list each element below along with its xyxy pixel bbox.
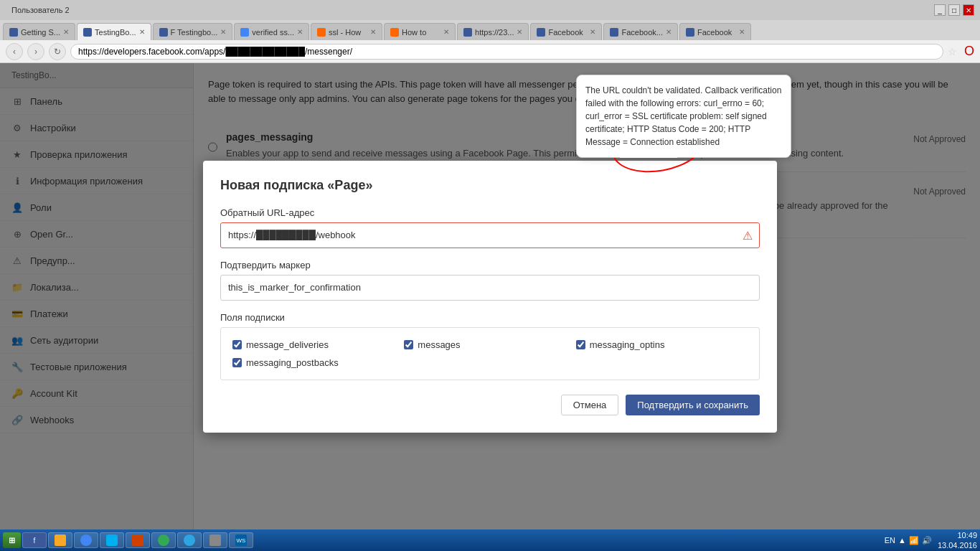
reload-button[interactable]: ↻	[49, 43, 66, 60]
close-button[interactable]: ✕	[963, 4, 974, 16]
taskbar-btn-powerpoint[interactable]	[126, 532, 150, 548]
back-button[interactable]: ‹	[6, 43, 23, 60]
tab-testingbo[interactable]: TestingBo... ✕	[77, 23, 151, 40]
tab-label: Facebook	[548, 28, 583, 37]
opera-icon: O	[964, 44, 974, 59]
url-form-group: Обратный URL-адрес ⚠	[220, 207, 760, 248]
field-checkbox-deliveries[interactable]	[232, 340, 242, 349]
field-messaging-postbacks: messaging_postbacks	[232, 357, 404, 368]
maximize-button[interactable]: □	[948, 4, 960, 16]
tab-favicon	[83, 28, 92, 37]
modal-dialog: The URL couldn't be validated. Callback …	[203, 161, 777, 433]
tab-close-icon[interactable]: ✕	[666, 28, 672, 36]
tab-fb2[interactable]: Facebook... ✕	[603, 23, 677, 40]
tab-howto[interactable]: How to ✕	[384, 23, 456, 40]
tab-label: TestingBo...	[95, 28, 136, 37]
tab-label: F Testingbo...	[171, 28, 218, 37]
tab-https[interactable]: https://23... ✕	[457, 23, 529, 40]
taskbar-icon-fb: f	[29, 534, 40, 546]
windows-icon: ⊞	[9, 536, 15, 545]
forward-button[interactable]: ›	[27, 43, 44, 60]
field-label: messages	[418, 339, 460, 350]
taskbar-btn-ws[interactable]: WS	[229, 532, 253, 548]
address-bar[interactable]	[70, 44, 943, 60]
tab-favicon	[9, 28, 18, 37]
tab-favicon	[463, 28, 472, 37]
tab-label: Facebook	[697, 28, 732, 37]
tab-close-icon[interactable]: ✕	[297, 28, 303, 36]
sys-icons: EN ▲ 📶 🔊	[885, 536, 932, 545]
token-form-group: Подтвердить маркер	[220, 260, 760, 301]
taskbar-btn-telegram[interactable]	[177, 532, 202, 548]
taskbar-btn-explorer[interactable]	[48, 532, 72, 548]
field-messages: messages	[404, 339, 575, 350]
taskbar-icon-telegram	[184, 534, 195, 546]
tab-label: Getting S...	[21, 28, 60, 37]
bookmark-icon[interactable]: ☆	[948, 46, 957, 57]
field-checkbox-messages[interactable]	[404, 340, 413, 349]
taskbar-icon-files	[209, 534, 221, 546]
tab-favicon	[686, 28, 694, 37]
taskbar-icon-skype	[106, 534, 118, 546]
user-label: Пользователь 2	[11, 6, 70, 14]
token-input[interactable]	[220, 275, 760, 301]
taskbar-icon-maps	[158, 534, 169, 546]
tab-close-icon[interactable]: ✕	[443, 28, 449, 36]
tab-verified[interactable]: verified ss... ✕	[234, 23, 309, 40]
error-bubble-text: The URL couldn't be validated. Callback …	[585, 85, 781, 147]
modal-footer: Отмена Подтвердить и сохранить	[220, 395, 760, 415]
taskbar-btn-chrome[interactable]	[74, 532, 98, 548]
tab-favicon	[240, 28, 249, 37]
field-message-deliveries: message_deliveries	[232, 339, 404, 350]
field-messaging-optins: messaging_optins	[576, 339, 748, 350]
start-button[interactable]: ⊞	[3, 532, 21, 548]
title-bar: Пользователь 2 _ □ ✕	[0, 0, 980, 20]
token-label: Подтвердить маркер	[220, 260, 760, 270]
fields-grid: message_deliveries messages messaging_op…	[232, 339, 748, 368]
tab-close-icon[interactable]: ✕	[220, 28, 226, 36]
tab-close-icon[interactable]: ✕	[517, 28, 522, 36]
tab-fb3[interactable]: Facebook ✕	[679, 23, 751, 40]
error-bubble: The URL couldn't be validated. Callback …	[576, 75, 791, 158]
taskbar: ⊞ f WS EN ▲ 📶 🔊 10:49 13.04.2016	[0, 529, 980, 551]
tab-close-icon[interactable]: ✕	[63, 28, 69, 36]
tabs-bar: Getting S... ✕ TestingBo... ✕ F Testingb…	[0, 20, 980, 40]
tab-favicon	[610, 28, 618, 37]
taskbar-btn-maps[interactable]	[151, 532, 176, 548]
tab-getting[interactable]: Getting S... ✕	[3, 23, 75, 40]
field-checkbox-optins[interactable]	[576, 340, 585, 349]
fields-label: Поля подписки	[220, 312, 760, 323]
tab-label: https://23...	[475, 28, 514, 37]
tab-favicon	[390, 28, 399, 37]
tab-close-icon[interactable]: ✕	[739, 28, 745, 36]
tab-fb1[interactable]: Facebook ✕	[530, 23, 602, 40]
cancel-button[interactable]: Отмена	[561, 395, 619, 415]
tab-favicon	[159, 28, 168, 37]
tab-label: Facebook...	[621, 28, 662, 37]
field-checkbox-postbacks[interactable]	[232, 358, 242, 367]
tab-close-icon[interactable]: ✕	[370, 28, 376, 36]
taskbar-date-display: 13.04.2016	[938, 540, 977, 550]
save-button[interactable]: Подтвердить и сохранить	[626, 395, 760, 415]
url-label: Обратный URL-адрес	[220, 207, 760, 218]
tab-testingbo2[interactable]: F Testingbo... ✕	[153, 23, 233, 40]
field-label: message_deliveries	[246, 339, 329, 350]
taskbar-btn-skype[interactable]	[100, 532, 124, 548]
taskbar-icon-chrome	[80, 534, 92, 546]
tab-label: verified ss...	[252, 28, 294, 37]
taskbar-icon-powerpoint	[132, 534, 143, 546]
tab-close-icon[interactable]: ✕	[590, 28, 595, 36]
url-input[interactable]	[220, 222, 760, 248]
tab-label: How to	[402, 28, 426, 37]
taskbar-btn-ie[interactable]: f	[22, 532, 47, 548]
tab-favicon	[317, 28, 326, 37]
network-icon: 📶	[909, 536, 919, 545]
fields-form-group: Поля подписки message_deliveries message…	[220, 312, 760, 380]
language-label: EN	[885, 536, 895, 545]
minimize-button[interactable]: _	[934, 4, 946, 16]
taskbar-btn-files[interactable]	[203, 532, 227, 548]
tab-ssl[interactable]: ssl - How ✕	[311, 23, 382, 40]
tab-favicon	[537, 28, 545, 37]
tab-close-icon[interactable]: ✕	[139, 28, 145, 36]
modal-overlay: The URL couldn't be validated. Callback …	[0, 63, 980, 529]
